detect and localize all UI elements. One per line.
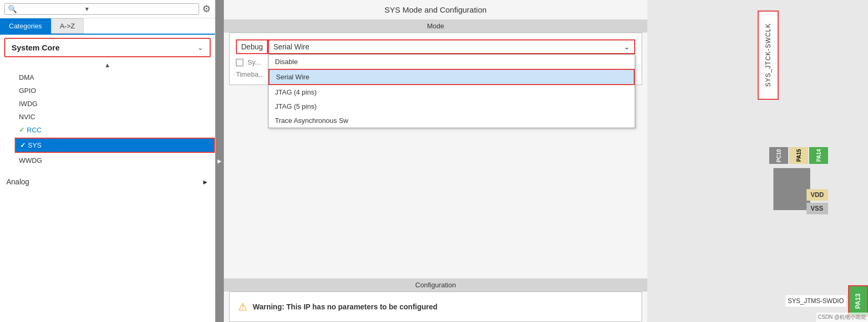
dropdown-list: Disable Serial Wire JTAG (4 pins) JTAG (… (268, 54, 635, 128)
collapse-handle[interactable]: ▶ (215, 0, 224, 322)
mode-section-header: Mode (224, 19, 647, 33)
sidebar-item-sys-label: SYS (28, 141, 42, 149)
sidebar-item-gpio[interactable]: GPIO (15, 84, 215, 97)
category-system-core[interactable]: System Core ⌄ (4, 38, 211, 57)
sidebar: 🔍 ▼ ⚙ Categories A->Z System Core ⌄ ▲ DM… (0, 0, 215, 322)
vss-label: VSS (807, 203, 828, 214)
swdio-label: SYS_JTMS-SWDIO (786, 295, 846, 307)
warning-text: Warning: This IP has no parameters to be… (253, 303, 438, 311)
sub-items-list: DMA GPIO IWDG NVIC ✓ RCC ✓ SYS WWDG (0, 70, 215, 168)
gray-block (773, 168, 810, 210)
dropdown-chevron-icon: ⌄ (624, 43, 630, 51)
sidebar-item-wwdg[interactable]: WWDG (15, 154, 215, 167)
sys-checkbox[interactable] (236, 59, 243, 66)
dropdown-option-jtag5[interactable]: JTAG (5 pins) (268, 99, 635, 113)
pin-pc10[interactable]: PC10 (769, 147, 788, 164)
swclk-label-box: SYS_JTCK-SWCLK (758, 11, 779, 100)
config-section-header: Configuration (224, 278, 647, 292)
pin-pa15[interactable]: PA15 (789, 147, 808, 164)
dropdown-option-trace[interactable]: Trace Asynchronous Sw (268, 113, 635, 128)
vdd-label: VDD (807, 189, 828, 201)
dropdown-option-serial-wire[interactable]: Serial Wire (268, 69, 635, 85)
scroll-up-button[interactable]: ▲ (0, 60, 215, 70)
dropdown-option-disable[interactable]: Disable (268, 55, 635, 69)
debug-dropdown-selected[interactable]: Serial Wire ⌄ (268, 39, 635, 54)
pin-diagram: SYS_JTCK-SWCLK PC10 PA15 PA14 VDD VSS SY… (647, 0, 868, 322)
check-mark-icon: ✓ (19, 126, 25, 134)
dropdown-option-jtag4[interactable]: JTAG (4 pins) (268, 85, 635, 99)
tab-az[interactable]: A->Z (51, 18, 84, 34)
warning-icon: ⚠ (238, 300, 247, 313)
chevron-down-icon: ▼ (84, 6, 90, 12)
sidebar-item-nvic[interactable]: NVIC (15, 110, 215, 123)
debug-row: Debug Serial Wire ⌄ Disable Serial Wire … (236, 39, 635, 54)
tab-categories[interactable]: Categories (0, 18, 51, 34)
sidebar-item-dma[interactable]: DMA (15, 71, 215, 84)
collapse-arrow-icon: ▶ (218, 158, 222, 164)
search-icon: 🔍 (8, 5, 17, 13)
sidebar-content: System Core ⌄ ▲ DMA GPIO IWDG NVIC ✓ RCC… (0, 35, 215, 322)
chevron-down-icon: ⌄ (198, 44, 203, 51)
gear-icon[interactable]: ⚙ (202, 3, 211, 15)
debug-selected-value: Serial Wire (273, 43, 309, 51)
chevron-right-icon: ► (202, 178, 209, 186)
category-name: System Core (12, 43, 60, 52)
check-mark-white-icon: ✓ (20, 141, 26, 149)
pin-pa14[interactable]: PA14 (809, 147, 828, 164)
pa13-area: SYS_JTMS-SWDIO PA13 (786, 285, 868, 317)
sidebar-header: 🔍 ▼ ⚙ (0, 0, 215, 18)
watermark: CSDN @机电小花花 (816, 313, 868, 322)
debug-label: Debug (236, 39, 268, 54)
sidebar-item-sys[interactable]: ✓ SYS (15, 138, 215, 153)
search-box[interactable]: 🔍 ▼ (4, 3, 199, 15)
sidebar-item-iwdg[interactable]: IWDG (15, 97, 215, 110)
analog-label: Analog (6, 178, 29, 186)
sidebar-item-rcc[interactable]: ✓ RCC (15, 123, 215, 137)
main-title: SYS Mode and Configuration (224, 0, 647, 19)
warning-area: ⚠ Warning: This IP has no parameters to … (229, 292, 642, 322)
top-pin-row: PC10 PA15 PA14 (769, 147, 828, 164)
tab-bar: Categories A->Z (0, 18, 215, 35)
mode-area: Debug Serial Wire ⌄ Disable Serial Wire … (229, 33, 642, 85)
main-content: SYS Mode and Configuration Mode Debug Se… (224, 0, 647, 322)
swclk-label: SYS_JTCK-SWCLK (764, 23, 772, 87)
debug-dropdown[interactable]: Serial Wire ⌄ Disable Serial Wire JTAG (… (268, 39, 635, 54)
vdd-vss-area: VDD VSS (807, 189, 828, 214)
sidebar-item-analog[interactable]: Analog ► (0, 172, 215, 191)
sys-label: Sy... (247, 58, 261, 66)
search-input[interactable] (19, 5, 82, 13)
pa13-label[interactable]: PA13 (848, 285, 868, 317)
sidebar-item-rcc-label: RCC (27, 126, 42, 134)
